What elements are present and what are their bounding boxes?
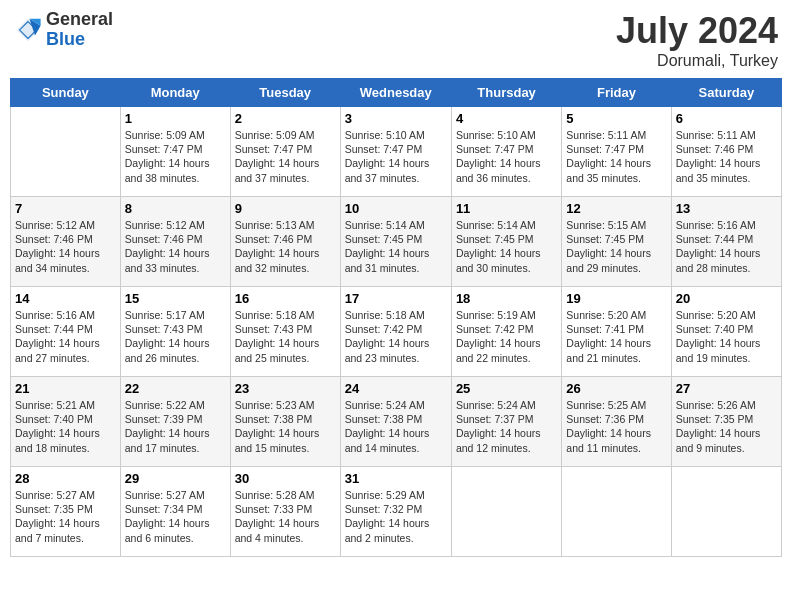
weekday-header: Wednesday [340,79,451,107]
day-info: Sunrise: 5:20 AM Sunset: 7:40 PM Dayligh… [676,308,777,365]
calendar-cell: 12Sunrise: 5:15 AM Sunset: 7:45 PM Dayli… [562,197,671,287]
calendar-cell: 15Sunrise: 5:17 AM Sunset: 7:43 PM Dayli… [120,287,230,377]
day-info: Sunrise: 5:16 AM Sunset: 7:44 PM Dayligh… [15,308,116,365]
page-header: General Blue July 2024 Dorumali, Turkey [10,10,782,70]
day-info: Sunrise: 5:16 AM Sunset: 7:44 PM Dayligh… [676,218,777,275]
day-info: Sunrise: 5:14 AM Sunset: 7:45 PM Dayligh… [345,218,447,275]
day-number: 23 [235,381,336,396]
day-info: Sunrise: 5:24 AM Sunset: 7:37 PM Dayligh… [456,398,557,455]
day-number: 4 [456,111,557,126]
day-number: 5 [566,111,666,126]
calendar-cell: 22Sunrise: 5:22 AM Sunset: 7:39 PM Dayli… [120,377,230,467]
title-block: July 2024 Dorumali, Turkey [616,10,778,70]
calendar-cell: 2Sunrise: 5:09 AM Sunset: 7:47 PM Daylig… [230,107,340,197]
calendar-cell: 17Sunrise: 5:18 AM Sunset: 7:42 PM Dayli… [340,287,451,377]
day-number: 9 [235,201,336,216]
calendar-cell: 26Sunrise: 5:25 AM Sunset: 7:36 PM Dayli… [562,377,671,467]
day-info: Sunrise: 5:19 AM Sunset: 7:42 PM Dayligh… [456,308,557,365]
calendar-cell: 25Sunrise: 5:24 AM Sunset: 7:37 PM Dayli… [451,377,561,467]
logo-icon [14,16,42,44]
day-info: Sunrise: 5:09 AM Sunset: 7:47 PM Dayligh… [125,128,226,185]
day-number: 27 [676,381,777,396]
day-info: Sunrise: 5:23 AM Sunset: 7:38 PM Dayligh… [235,398,336,455]
day-number: 11 [456,201,557,216]
calendar-week-row: 7Sunrise: 5:12 AM Sunset: 7:46 PM Daylig… [11,197,782,287]
day-number: 16 [235,291,336,306]
day-number: 24 [345,381,447,396]
day-number: 21 [15,381,116,396]
calendar-week-row: 14Sunrise: 5:16 AM Sunset: 7:44 PM Dayli… [11,287,782,377]
day-number: 19 [566,291,666,306]
day-info: Sunrise: 5:13 AM Sunset: 7:46 PM Dayligh… [235,218,336,275]
day-number: 13 [676,201,777,216]
day-number: 22 [125,381,226,396]
calendar-table: SundayMondayTuesdayWednesdayThursdayFrid… [10,78,782,557]
day-info: Sunrise: 5:27 AM Sunset: 7:35 PM Dayligh… [15,488,116,545]
day-info: Sunrise: 5:24 AM Sunset: 7:38 PM Dayligh… [345,398,447,455]
day-info: Sunrise: 5:18 AM Sunset: 7:43 PM Dayligh… [235,308,336,365]
day-info: Sunrise: 5:27 AM Sunset: 7:34 PM Dayligh… [125,488,226,545]
location: Dorumali, Turkey [616,52,778,70]
weekday-header: Monday [120,79,230,107]
day-number: 12 [566,201,666,216]
day-info: Sunrise: 5:18 AM Sunset: 7:42 PM Dayligh… [345,308,447,365]
day-number: 14 [15,291,116,306]
day-number: 3 [345,111,447,126]
month-title: July 2024 [616,10,778,52]
day-number: 10 [345,201,447,216]
calendar-cell [11,107,121,197]
logo-blue: Blue [46,30,113,50]
calendar-cell: 18Sunrise: 5:19 AM Sunset: 7:42 PM Dayli… [451,287,561,377]
day-number: 7 [15,201,116,216]
day-number: 20 [676,291,777,306]
day-info: Sunrise: 5:21 AM Sunset: 7:40 PM Dayligh… [15,398,116,455]
calendar-cell: 13Sunrise: 5:16 AM Sunset: 7:44 PM Dayli… [671,197,781,287]
day-info: Sunrise: 5:15 AM Sunset: 7:45 PM Dayligh… [566,218,666,275]
day-number: 18 [456,291,557,306]
calendar-cell: 21Sunrise: 5:21 AM Sunset: 7:40 PM Dayli… [11,377,121,467]
calendar-cell: 24Sunrise: 5:24 AM Sunset: 7:38 PM Dayli… [340,377,451,467]
day-info: Sunrise: 5:22 AM Sunset: 7:39 PM Dayligh… [125,398,226,455]
day-number: 30 [235,471,336,486]
calendar-cell: 28Sunrise: 5:27 AM Sunset: 7:35 PM Dayli… [11,467,121,557]
calendar-cell: 29Sunrise: 5:27 AM Sunset: 7:34 PM Dayli… [120,467,230,557]
calendar-cell: 3Sunrise: 5:10 AM Sunset: 7:47 PM Daylig… [340,107,451,197]
day-number: 17 [345,291,447,306]
day-info: Sunrise: 5:20 AM Sunset: 7:41 PM Dayligh… [566,308,666,365]
logo: General Blue [14,10,113,50]
calendar-cell: 6Sunrise: 5:11 AM Sunset: 7:46 PM Daylig… [671,107,781,197]
calendar-cell: 10Sunrise: 5:14 AM Sunset: 7:45 PM Dayli… [340,197,451,287]
logo-general: General [46,10,113,30]
day-number: 31 [345,471,447,486]
day-info: Sunrise: 5:09 AM Sunset: 7:47 PM Dayligh… [235,128,336,185]
weekday-header-row: SundayMondayTuesdayWednesdayThursdayFrid… [11,79,782,107]
day-info: Sunrise: 5:14 AM Sunset: 7:45 PM Dayligh… [456,218,557,275]
day-info: Sunrise: 5:12 AM Sunset: 7:46 PM Dayligh… [125,218,226,275]
calendar-cell: 30Sunrise: 5:28 AM Sunset: 7:33 PM Dayli… [230,467,340,557]
calendar-cell: 5Sunrise: 5:11 AM Sunset: 7:47 PM Daylig… [562,107,671,197]
calendar-cell: 7Sunrise: 5:12 AM Sunset: 7:46 PM Daylig… [11,197,121,287]
day-number: 15 [125,291,226,306]
calendar-cell: 11Sunrise: 5:14 AM Sunset: 7:45 PM Dayli… [451,197,561,287]
day-info: Sunrise: 5:17 AM Sunset: 7:43 PM Dayligh… [125,308,226,365]
weekday-header: Tuesday [230,79,340,107]
day-number: 6 [676,111,777,126]
calendar-cell: 27Sunrise: 5:26 AM Sunset: 7:35 PM Dayli… [671,377,781,467]
day-info: Sunrise: 5:11 AM Sunset: 7:47 PM Dayligh… [566,128,666,185]
weekday-header: Friday [562,79,671,107]
calendar-cell [562,467,671,557]
weekday-header: Saturday [671,79,781,107]
day-number: 1 [125,111,226,126]
calendar-cell: 1Sunrise: 5:09 AM Sunset: 7:47 PM Daylig… [120,107,230,197]
day-info: Sunrise: 5:26 AM Sunset: 7:35 PM Dayligh… [676,398,777,455]
weekday-header: Thursday [451,79,561,107]
day-info: Sunrise: 5:10 AM Sunset: 7:47 PM Dayligh… [345,128,447,185]
calendar-cell: 19Sunrise: 5:20 AM Sunset: 7:41 PM Dayli… [562,287,671,377]
day-info: Sunrise: 5:25 AM Sunset: 7:36 PM Dayligh… [566,398,666,455]
day-number: 29 [125,471,226,486]
calendar-cell: 31Sunrise: 5:29 AM Sunset: 7:32 PM Dayli… [340,467,451,557]
calendar-cell: 4Sunrise: 5:10 AM Sunset: 7:47 PM Daylig… [451,107,561,197]
day-number: 8 [125,201,226,216]
calendar-week-row: 1Sunrise: 5:09 AM Sunset: 7:47 PM Daylig… [11,107,782,197]
day-info: Sunrise: 5:29 AM Sunset: 7:32 PM Dayligh… [345,488,447,545]
